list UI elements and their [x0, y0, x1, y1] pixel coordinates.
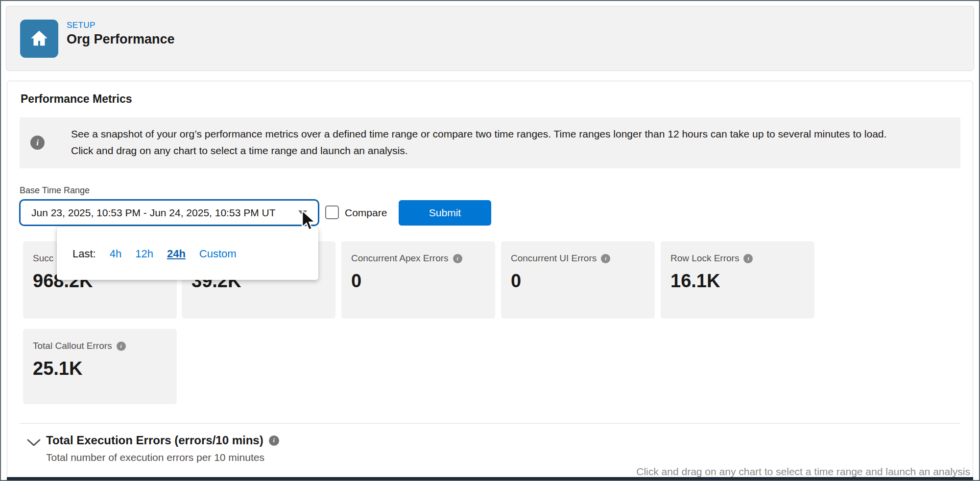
info-icon[interactable]: i: [601, 254, 610, 263]
section-divider: [20, 423, 960, 424]
info-icon: i: [30, 136, 45, 150]
metric-card-label: Total Callout Errors: [33, 341, 112, 351]
base-time-range-label: Base Time Range: [20, 185, 90, 196]
home-icon: [28, 28, 50, 49]
metric-card-label: Concurrent UI Errors: [511, 253, 597, 264]
base-time-range-combobox[interactable]: Jun 23, 2025, 10:53 PM - Jun 24, 2025, 1…: [19, 199, 319, 226]
info-icon[interactable]: i: [743, 254, 753, 263]
range-menu-prefix: Last:: [72, 248, 96, 260]
metric-card-concurrent-ui-errors: Concurrent UI Errors i 0: [501, 241, 655, 319]
chevron-down-icon: [26, 438, 41, 447]
range-option-custom[interactable]: Custom: [199, 248, 237, 260]
info-banner-line1: See a snapshot of your org’s performance…: [71, 126, 946, 142]
section-title: Performance Metrics: [21, 92, 132, 106]
metric-card-value: 0: [511, 271, 521, 292]
metric-card-total-callout-errors: Total Callout Errors i 25.1K: [23, 329, 177, 404]
submit-button[interactable]: Submit: [399, 200, 491, 226]
chart-section-description: Total number of execution errors per 10 …: [46, 452, 264, 463]
metric-card-value: 25.1K: [33, 358, 82, 379]
chart-section-title: Total Execution Errors (errors/10 mins): [46, 434, 263, 447]
info-icon[interactable]: i: [117, 342, 126, 351]
chart-top-edge: [7, 477, 973, 480]
setup-header: SETUP Org Performance: [6, 6, 974, 71]
metric-card-label: Concurrent Apex Errors: [351, 253, 449, 264]
page-title: Org Performance: [67, 32, 175, 47]
chart-section-heading: Total Execution Errors (errors/10 mins) …: [46, 434, 279, 447]
info-banner: i See a snapshot of your org’s performan…: [20, 117, 960, 168]
range-option-24h[interactable]: 24h: [167, 248, 186, 260]
range-option-12h[interactable]: 12h: [135, 248, 153, 260]
metric-card-label: Succ: [33, 253, 53, 264]
metric-card-concurrent-apex-errors: Concurrent Apex Errors i 0: [341, 241, 495, 319]
compare-label[interactable]: Compare: [345, 207, 387, 219]
info-banner-line2: Click and drag on any chart to select a …: [71, 142, 946, 159]
metric-card-row-lock-errors: Row Lock Errors i 16.1K: [661, 241, 814, 319]
info-icon[interactable]: i: [453, 254, 462, 263]
info-icon[interactable]: i: [269, 435, 279, 446]
info-banner-text: See a snapshot of your org’s performance…: [71, 126, 946, 159]
time-range-dropdown: Last: 4h 12h 24h Custom: [57, 227, 318, 280]
compare-checkbox[interactable]: [325, 206, 339, 219]
range-option-4h[interactable]: 4h: [110, 248, 121, 260]
chart-drag-hint: Click and drag on any chart to select a …: [636, 466, 970, 478]
org-performance-page: SETUP Org Performance Performance Metric…: [0, 0, 980, 481]
metric-card-value: 16.1K: [670, 271, 720, 292]
base-time-range-value: Jun 23, 2025, 10:53 PM - Jun 24, 2025, 1…: [31, 207, 292, 219]
collapse-section-button[interactable]: [25, 436, 42, 450]
metric-card-value: 0: [351, 271, 361, 292]
setup-home-tile: [20, 20, 58, 58]
setup-eyebrow: SETUP: [67, 21, 96, 30]
dropdown-arrow-icon: [298, 210, 307, 216]
metric-card-label: Row Lock Errors: [670, 253, 739, 264]
